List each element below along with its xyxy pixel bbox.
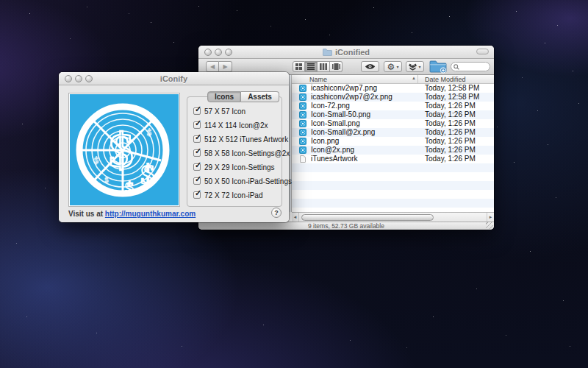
search-field[interactable] xyxy=(451,62,490,71)
iconify-body: $ $ $ $ $ $ Icons Assets ✓ 57 X 57 Icon xyxy=(59,85,289,222)
checkbox-57x57-icon[interactable]: ✓ 57 X 57 Icon xyxy=(193,107,245,116)
chevron-down-icon: ▾ xyxy=(418,64,420,69)
checkbox-58x58-icon-settings2x[interactable]: ✓ 58 X 58 Icon-Settings@2x xyxy=(193,149,290,158)
file-name: Icon-Small.png xyxy=(311,119,360,128)
png-file-icon xyxy=(299,93,306,101)
png-file-icon xyxy=(299,146,306,154)
quick-look-button[interactable] xyxy=(361,61,379,72)
icon-view-button[interactable] xyxy=(293,61,305,72)
file-row[interactable]: Icon.png Today, 1:26 PM xyxy=(292,137,494,146)
file-rows: icashiconv2wp7.png Today, 12:58 PM icash… xyxy=(292,84,494,163)
checkbox-50x50-icon-ipad-settings[interactable]: ✓ 50 X 50 Icon-iPad-Settings xyxy=(193,177,292,185)
status-text: 9 items, 52.73 GB available xyxy=(308,222,384,230)
file-row[interactable]: Icon-72.png Today, 1:26 PM xyxy=(292,102,494,110)
coverflow-view-button[interactable] xyxy=(330,61,343,72)
scroll-right-arrow[interactable]: ▸ xyxy=(487,213,494,222)
checkbox-label: 29 X 29 Icon-Settings xyxy=(204,163,275,171)
close-button[interactable] xyxy=(204,49,212,56)
dollar-symbol: $ xyxy=(125,178,134,197)
toolbar-toggle-pill[interactable] xyxy=(476,49,489,54)
iconify-window-title: iConify xyxy=(160,74,187,83)
png-file-icon xyxy=(299,120,306,127)
check-icon: ✓ xyxy=(195,146,201,156)
file-date: Today, 1:26 PM xyxy=(425,119,476,128)
checkbox-box: ✓ xyxy=(193,149,201,157)
question-icon: ? xyxy=(274,209,279,216)
website-link[interactable]: http://mugunthkumar.com xyxy=(105,210,196,218)
file-row[interactable]: Icon-Small.png Today, 1:26 PM xyxy=(292,119,494,128)
action-menu-button[interactable]: ⚙ ▾ xyxy=(384,61,402,72)
column-divider[interactable] xyxy=(417,75,418,83)
zoom-button[interactable] xyxy=(85,75,93,82)
file-name: Icon@2x.png xyxy=(311,146,354,155)
dollar-symbol: $ xyxy=(110,123,134,177)
chevron-down-icon: ▾ xyxy=(396,64,398,69)
file-row[interactable]: Icon-Small@2x.png Today, 1:26 PM xyxy=(292,128,494,137)
search-icon xyxy=(453,64,459,70)
app-icon-preview: $ $ $ $ $ $ xyxy=(68,93,180,207)
checkbox-label: 57 X 57 Icon xyxy=(204,107,245,116)
coverflow-view-icon xyxy=(332,63,340,70)
column-header-name[interactable]: Name xyxy=(309,76,327,83)
finder-titlebar[interactable]: iConified xyxy=(198,46,494,59)
tab-assets[interactable]: Assets xyxy=(241,91,279,102)
zoom-button[interactable] xyxy=(225,49,232,56)
column-view-button[interactable] xyxy=(318,61,330,72)
file-row[interactable]: Icon-Small-50.png Today, 1:26 PM xyxy=(292,110,494,119)
desktop: iConified ◀ ▶ xyxy=(0,0,588,368)
window-controls xyxy=(65,75,93,82)
file-row[interactable]: icashiconv2wp7@2x.png Today, 12:58 PM xyxy=(292,93,494,102)
file-row[interactable]: Icon@2x.png Today, 1:26 PM xyxy=(292,146,494,155)
png-file-icon xyxy=(299,111,306,118)
back-icon: ◀ xyxy=(210,63,215,70)
list-view-button[interactable] xyxy=(305,61,318,72)
minimize-button[interactable] xyxy=(215,49,222,56)
file-name: icashiconv2wp7.png xyxy=(311,84,377,93)
visit-prefix: Visit us at xyxy=(68,210,105,218)
check-icon: ✓ xyxy=(195,174,201,184)
help-button[interactable]: ? xyxy=(271,208,282,218)
resize-grip[interactable] xyxy=(486,222,493,229)
dropbox-menu-button[interactable]: ▾ xyxy=(406,61,424,72)
minimize-button[interactable] xyxy=(75,75,82,82)
close-button[interactable] xyxy=(65,75,72,82)
horizontal-scrollbar[interactable]: ◂ ▸ xyxy=(292,212,494,222)
checkbox-29x29-icon-settings[interactable]: ✓ 29 X 29 Icon-Settings xyxy=(193,163,275,171)
search-input[interactable] xyxy=(461,63,489,71)
sort-indicator-icon: ▲ xyxy=(412,76,416,80)
png-file-icon xyxy=(299,129,306,136)
column-header-date[interactable]: Date Modified xyxy=(425,76,466,83)
check-icon: ✓ xyxy=(195,118,201,128)
checkbox-label: 114 X 114 Icon@2x xyxy=(204,121,268,130)
file-name: Icon-Small-50.png xyxy=(311,110,370,119)
column-header-row: Name ▲ Date Modified xyxy=(292,75,494,84)
check-icon: ✓ xyxy=(195,132,201,142)
window-title: iConified xyxy=(198,46,494,58)
column-view-icon xyxy=(320,63,327,70)
checkbox-box: ✓ xyxy=(193,163,201,171)
file-date: Today, 12:58 PM xyxy=(425,84,479,93)
new-folder-button[interactable] xyxy=(429,60,447,74)
tab-control: Icons Assets xyxy=(207,91,279,102)
checkbox-114x114-icon2x[interactable]: ✓ 114 X 114 Icon@2x xyxy=(193,121,268,130)
checkbox-72x72-icon-ipad[interactable]: ✓ 72 X 72 Icon-iPad xyxy=(193,191,263,199)
tab-icons[interactable]: Icons xyxy=(207,91,241,102)
folder-icon xyxy=(323,49,332,56)
file-row[interactable]: icashiconv2wp7.png Today, 12:58 PM xyxy=(292,84,494,93)
status-bar: 9 items, 52.73 GB available xyxy=(198,222,494,230)
back-button[interactable]: ◀ xyxy=(206,61,219,72)
checkbox-512x512-itunes-artwork[interactable]: ✓ 512 X 512 iTunes Artwork xyxy=(193,135,288,144)
checkbox-label: 58 X 58 Icon-Settings@2x xyxy=(204,149,290,158)
checkbox-box: ✓ xyxy=(193,135,201,143)
dropbox-icon xyxy=(409,63,417,71)
scrollbar-thumb[interactable] xyxy=(301,214,434,221)
dollar-symbol: $ xyxy=(94,155,98,166)
checkbox-box: ✓ xyxy=(193,177,201,185)
iconify-titlebar[interactable]: iConify xyxy=(59,72,289,85)
empty-list-stripes[interactable] xyxy=(292,163,494,212)
file-row[interactable]: iTunesArtwork Today, 1:26 PM xyxy=(292,155,494,163)
file-date: Today, 1:26 PM xyxy=(425,146,476,155)
scroll-left-arrow[interactable]: ◂ xyxy=(292,213,299,222)
check-icon: ✓ xyxy=(195,105,201,114)
forward-button[interactable]: ▶ xyxy=(219,61,232,72)
